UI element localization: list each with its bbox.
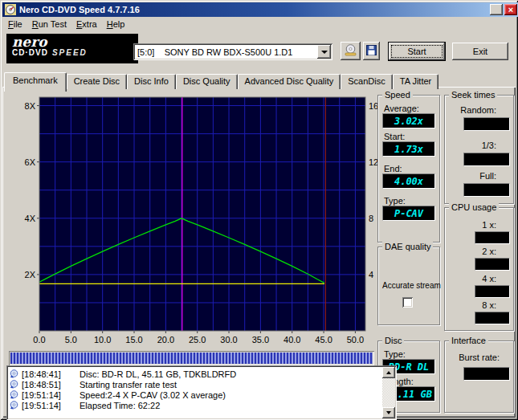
seek-times-panel: Seek times Random: 1/3: Full: xyxy=(444,95,514,204)
axis-tick-label: 4 xyxy=(369,270,373,279)
axis-tick-label: 4X xyxy=(25,214,36,223)
progress-bar-fill xyxy=(10,353,373,364)
tab-scandisc[interactable]: ScanDisc xyxy=(341,74,392,89)
disc-type-label: Type: xyxy=(384,349,406,359)
axis-tick-label: 35.0 xyxy=(252,335,269,345)
floppy-icon xyxy=(366,45,377,58)
exit-button[interactable]: Exit xyxy=(452,43,508,60)
log-entry-time: [18:48:41] xyxy=(22,369,68,379)
axis-tick-label: 6X xyxy=(25,157,36,167)
tab-benchmark[interactable]: Benchmark xyxy=(4,72,67,92)
nero-logo-speed: SPEED xyxy=(52,48,88,57)
start-label: Start: xyxy=(384,132,405,141)
drive-select[interactable]: [5:0] SONY BD RW BDX-S500U 1.D1 xyxy=(133,43,332,60)
random-seek-value xyxy=(463,117,510,131)
nero-logo: nero CD·DVD SPEED xyxy=(6,34,138,63)
tab-ta-jitter[interactable]: TA Jitter xyxy=(393,74,439,89)
axis-tick-label: 5.0 xyxy=(65,335,77,345)
log-entry-text: Starting transfer rate test xyxy=(80,380,177,389)
drive-select-dropdown-button[interactable] xyxy=(317,45,331,59)
tab-advanced-disc-quality[interactable]: Advanced Disc Quality xyxy=(238,74,341,89)
cpu-usage-panel-title: CPU usage xyxy=(449,202,499,212)
average-label: Average: xyxy=(384,104,419,113)
tab-disc-quality[interactable]: Disc Quality xyxy=(176,74,238,89)
log-entry: [18:48:41]Disc: BD-R DL, 45.11 GB, TDKBL… xyxy=(10,369,381,379)
axis-tick-label: 10.0 xyxy=(94,335,111,345)
save-button[interactable] xyxy=(363,42,380,60)
disc-panel-title: Disc xyxy=(382,336,404,345)
one-third-seek-value xyxy=(463,153,510,166)
log-entry-time: [19:51:14] xyxy=(22,401,68,410)
dae-quality-panel: DAE quality Accurate stream xyxy=(377,247,440,325)
accurate-stream-checkbox[interactable] xyxy=(402,297,413,308)
axis-tick-label: 20.0 xyxy=(157,335,174,345)
interface-panel-title: Interface xyxy=(449,336,488,345)
disc-toolbar-button[interactable] xyxy=(341,42,361,60)
log-entry: [19:51:14]Elapsed Time: 62:22 xyxy=(10,400,381,410)
log-entry-time: [18:48:51] xyxy=(22,380,68,389)
log-entry-time: [19:51:14] xyxy=(22,390,68,400)
app-window: Nero CD-DVD Speed 4.7.7.16 × FileRun Tes… xyxy=(0,0,518,420)
cpu-2x-label: 2 x: xyxy=(482,247,496,256)
cpu-usage-panel: CPU usage 1 x: 2 x: 4 x: 8 x: xyxy=(444,207,514,331)
menu-bar: FileRun TestExtraHelp xyxy=(2,17,516,31)
log-lines: [18:48:41]Disc: BD-R DL, 45.11 GB, TDKBL… xyxy=(10,369,381,410)
menu-help[interactable]: Help xyxy=(102,18,130,31)
axis-tick-label: 30.0 xyxy=(220,335,237,345)
cpu-1x-label: 1 x: xyxy=(482,220,496,230)
minimize-button[interactable] xyxy=(490,4,503,15)
disc-icon xyxy=(10,401,20,410)
app-icon xyxy=(5,4,16,15)
scroll-up-button[interactable] xyxy=(382,367,395,378)
log-panel: [18:48:41]Disc: BD-R DL, 45.11 GB, TDKBL… xyxy=(6,365,397,420)
speed-type-value: P-CAV xyxy=(382,206,435,221)
drive-select-value: [5:0] SONY BD RW BDX-S500U 1.D1 xyxy=(133,47,317,57)
log-entry-text: Elapsed Time: 62:22 xyxy=(80,401,160,410)
speed-panel: Speed Average: 3.02x Start: 1.73x End: 4… xyxy=(377,95,440,243)
log-entry-text: Disc: BD-R DL, 45.11 GB, TDKBLDRFD xyxy=(80,369,236,379)
close-button[interactable]: × xyxy=(504,4,517,15)
cpu-1x-value xyxy=(475,231,510,244)
cpu-8x-value xyxy=(475,312,510,324)
log-scrollbar[interactable] xyxy=(382,367,395,418)
burst-rate-label: Burst rate: xyxy=(459,353,500,362)
benchmark-chart: 2X4X6X8X4812160.05.010.015.020.025.030.0… xyxy=(7,91,385,349)
log-entry: [18:48:51]Starting transfer rate test xyxy=(10,379,381,389)
random-seek-label: Random: xyxy=(460,105,496,115)
menu-run-test[interactable]: Run Test xyxy=(27,18,71,31)
cpu-8x-label: 8 x: xyxy=(482,300,496,310)
tab-strip: BenchmarkCreate DiscDisc InfoDisc Qualit… xyxy=(4,72,438,88)
menu-extra[interactable]: Extra xyxy=(71,18,102,31)
end-speed-value: 4.00x xyxy=(382,173,435,189)
tab-disc-info[interactable]: Disc Info xyxy=(127,74,176,89)
axis-tick-label: 15.0 xyxy=(125,335,142,345)
axis-tick-label: 40.0 xyxy=(283,335,300,345)
start-button[interactable]: Start xyxy=(389,43,445,60)
close-icon: × xyxy=(508,6,513,14)
dae-quality-panel-title: DAE quality xyxy=(382,242,433,251)
axis-tick-label: 50.0 xyxy=(347,335,364,345)
window-title: Nero CD-DVD Speed 4.7.7.16 xyxy=(19,5,488,14)
menu-file[interactable]: File xyxy=(3,18,27,31)
scroll-down-button[interactable] xyxy=(382,407,395,418)
axis-tick-label: 0.0 xyxy=(33,335,45,345)
end-label: End: xyxy=(384,164,402,173)
tab-content-benchmark: 2X4X6X8X4812160.05.010.015.020.025.030.0… xyxy=(2,87,516,418)
progress-bar xyxy=(9,351,374,365)
arrow-up-icon xyxy=(386,371,391,374)
tab-create-disc[interactable]: Create Disc xyxy=(67,74,127,89)
type-label: Type: xyxy=(384,196,406,206)
disc-icon xyxy=(10,380,20,389)
average-speed-value: 3.02x xyxy=(382,113,435,128)
disc-icon xyxy=(10,369,20,378)
accurate-stream-label: Accurate stream xyxy=(382,281,441,290)
cpu-4x-value xyxy=(475,285,510,298)
chevron-down-icon xyxy=(321,51,328,54)
cpu-2x-value xyxy=(475,258,510,271)
one-third-seek-label: 1/3: xyxy=(482,141,496,150)
nero-logo-cddvd: CD·DVD xyxy=(12,48,48,57)
axis-tick-label: 45.0 xyxy=(315,335,332,345)
arrow-down-icon xyxy=(386,411,391,414)
title-bar[interactable]: Nero CD-DVD Speed 4.7.7.16 × xyxy=(2,2,518,17)
axis-tick-label: 8X xyxy=(25,101,36,111)
